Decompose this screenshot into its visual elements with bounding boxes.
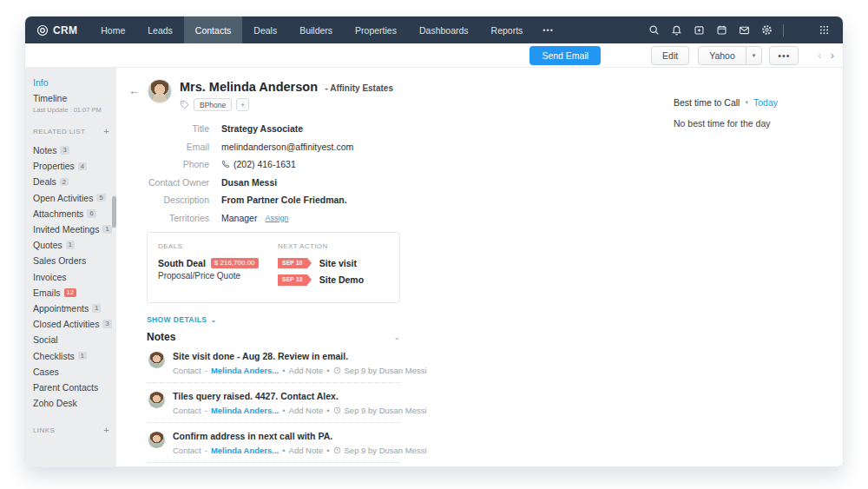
note-item: Site visit done - Aug 28. Review in emai… [147,343,400,383]
nav-item-leads[interactable]: Leads [136,17,184,43]
sidebar-item-checklists[interactable]: Checklists1 [33,347,116,363]
sidebar-item-emails[interactable]: Emails12 [33,285,116,301]
action-label-link[interactable]: Site visit [319,258,357,268]
nav-item-dashboards[interactable]: Dashboards [408,17,480,43]
note-text: Site visit done - Aug 28. Review in emai… [173,351,427,361]
more-actions-button[interactable]: ••• [769,46,799,65]
sidebar-item-appointments[interactable]: Appointments1 [33,301,116,316]
links-header: LINKS + [33,425,116,435]
field-label: Contact Owner [116,177,209,188]
sidebar-item-invoices[interactable]: Invoices [33,269,116,285]
field-row-description: Description From Partner Cole Friedman. [116,195,843,205]
nav-item-deals[interactable]: Deals [242,17,288,43]
contact-photo-avatar[interactable] [148,79,172,103]
sidebar-item-timeline[interactable]: Timeline [33,90,116,106]
send-email-button[interactable]: Send Email [529,46,601,65]
sidebar-item-zoho-desk[interactable]: Zoho Desk [33,395,116,411]
add-tag-button[interactable]: + [236,98,249,111]
nav-more-button[interactable]: ••• [534,17,562,43]
nav-item-contacts[interactable]: Contacts [184,17,242,43]
item-label: Deals [33,176,56,187]
action-label-link[interactable]: Site Demo [319,274,364,285]
user-avatar[interactable] [793,23,808,37]
yahoo-caret-icon[interactable]: ▾ [746,46,763,65]
item-label: Open Activities [33,193,93,203]
field-value-phone[interactable]: (202) 416-1631 [221,159,296,169]
top-nav: CRM Home Leads Contacts Deals Builders P… [25,17,843,43]
nav-utilities [648,17,843,43]
notes-collapse-icon[interactable]: ⌄ [393,333,400,341]
add-link-button[interactable]: + [103,425,109,435]
search-icon[interactable] [648,23,661,36]
sidebar-item-attachments[interactable]: Attachments6 [33,206,116,221]
note-contact-link[interactable]: Melinda Anders... [211,446,279,455]
note-meta: Contact - Melinda Anders... • Add Note •… [173,406,427,415]
crm-logo-icon [36,23,49,36]
add-related-list-button[interactable]: + [103,126,109,136]
nav-item-builders[interactable]: Builders [288,17,344,43]
meta-dash: - [205,366,207,375]
add-note-link[interactable]: Add Note [289,366,324,375]
sidebar-item-invited-meetings[interactable]: Invited Meetings1 [33,221,116,237]
calendar-icon[interactable] [715,23,728,36]
quick-create-icon[interactable] [693,23,706,36]
sidebar-item-cases[interactable]: Cases [33,364,116,380]
sidebar-item-parent-contacts[interactable]: Parent Contacts [33,380,116,395]
note-author-avatar [148,392,165,408]
show-details-link[interactable]: SHOW DETAILS ⌄ [147,315,843,324]
sidebar-item-deals[interactable]: Deals2 [33,174,116,189]
settings-gear-icon[interactable] [760,23,773,36]
notifications-bell-icon[interactable] [670,23,683,36]
add-note-link[interactable]: Add Note [289,406,324,415]
note-item: Confirm address in next call with PA. Co… [147,423,400,463]
item-label: Properties [33,161,75,171]
field-value-email[interactable]: melindanderson@affinityest.com [221,142,353,152]
best-time-today-link[interactable]: Today [753,97,778,108]
item-label: Zoho Desk [33,398,77,408]
assign-territory-link[interactable]: Assign [265,214,288,222]
sidebar-item-quotes[interactable]: Quotes1 [33,237,116,253]
yahoo-button[interactable]: Yahoo [698,46,746,65]
field-value: From Partner Cole Friedman. [221,195,347,205]
note-meta-module: Contact [173,446,201,455]
sidebar-item-social[interactable]: Social [33,332,116,347]
nav-item-home[interactable]: Home [89,17,136,43]
best-time-label: Best time to Call [674,97,740,108]
sidebar-item-properties[interactable]: Properties4 [33,158,116,174]
nav-item-properties[interactable]: Properties [344,17,408,43]
count-badge: 3 [60,146,69,155]
item-label: Sales Orders [33,255,86,266]
note-meta: Contact - Melinda Anders... • Add Note •… [173,366,427,375]
note-contact-link[interactable]: Melinda Anders... [211,366,279,375]
field-row-email: Email melindanderson@affinityest.com [116,142,843,152]
back-arrow-icon[interactable]: ← [128,83,141,97]
item-label: Attachments [33,208,83,219]
meta-dot: • [326,446,329,455]
count-badge: 4 [78,162,87,171]
show-details-label: SHOW DETAILS [147,315,207,324]
nav-item-reports[interactable]: Reports [480,17,535,43]
field-value: Dusan Messi [221,177,277,188]
next-record-chevron[interactable]: › [831,49,834,62]
previous-record-chevron[interactable]: ‹ [818,49,821,62]
edit-button[interactable]: Edit [651,46,689,65]
deal-name-link[interactable]: South Deal [158,258,206,268]
item-label: Parent Contacts [33,382,98,393]
tag-chip-bphone[interactable]: BPhone [194,98,232,111]
related-list-title: RELATED LIST [33,128,85,135]
tag-icon [180,100,189,109]
territory-value: Manager [221,213,257,223]
note-contact-link[interactable]: Melinda Anders... [211,406,279,415]
add-note-link[interactable]: Add Note [289,446,324,455]
sidebar-item-info[interactable]: Info [33,75,116,90]
best-time-caret-icon[interactable]: ▾ [745,99,748,106]
sidebar-item-open-activities[interactable]: Open Activities5 [33,190,116,206]
apps-grid-icon[interactable] [818,23,831,36]
count-badge: 1 [92,304,101,313]
sidebar-item-sales-orders[interactable]: Sales Orders [33,253,116,268]
related-list-header: RELATED LIST + [33,126,116,136]
sidebar-item-closed-activities[interactable]: Closed Activities3 [33,316,116,332]
sidebar-item-notes[interactable]: Notes3 [33,142,116,158]
mail-icon[interactable] [738,23,751,36]
brand-logo[interactable]: CRM [25,17,89,43]
